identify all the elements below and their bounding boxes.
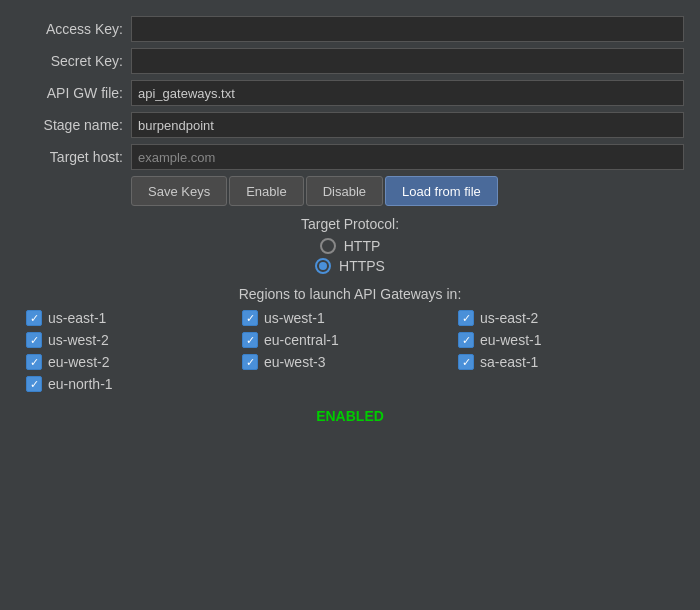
us-east-2-label: us-east-2 [480, 310, 538, 326]
stage-name-input[interactable] [131, 112, 684, 138]
https-label: HTTPS [339, 258, 385, 274]
list-item: us-east-2 [458, 310, 674, 326]
access-key-input[interactable] [131, 16, 684, 42]
enable-button[interactable]: Enable [229, 176, 303, 206]
eu-north-1-label: eu-north-1 [48, 376, 113, 392]
us-east-1-checkbox[interactable] [26, 310, 42, 326]
https-radio-row: HTTPS [16, 258, 684, 274]
us-west-2-label: us-west-2 [48, 332, 109, 348]
api-gw-file-input[interactable] [131, 80, 684, 106]
eu-west-1-checkbox[interactable] [458, 332, 474, 348]
secret-key-row: Secret Key: [16, 48, 684, 74]
sa-east-1-label: sa-east-1 [480, 354, 538, 370]
save-keys-button[interactable]: Save Keys [131, 176, 227, 206]
eu-central-1-label: eu-central-1 [264, 332, 339, 348]
list-item: us-east-1 [26, 310, 242, 326]
list-item: eu-north-1 [16, 376, 684, 392]
sa-east-1-checkbox[interactable] [458, 354, 474, 370]
secret-key-input[interactable] [131, 48, 684, 74]
eu-west-2-label: eu-west-2 [48, 354, 109, 370]
us-west-2-checkbox[interactable] [26, 332, 42, 348]
target-host-row: Target host: [16, 144, 684, 170]
us-west-1-checkbox[interactable] [242, 310, 258, 326]
us-west-1-label: us-west-1 [264, 310, 325, 326]
list-item: us-west-2 [26, 332, 242, 348]
regions-grid: us-east-1 us-west-1 us-east-2 us-west-2 … [16, 310, 684, 370]
protocol-title: Target Protocol: [16, 216, 684, 232]
target-host-label: Target host: [16, 149, 131, 165]
disable-button[interactable]: Disable [306, 176, 383, 206]
list-item: eu-west-2 [26, 354, 242, 370]
regions-section: Regions to launch API Gateways in: us-ea… [16, 286, 684, 392]
https-radio[interactable] [315, 258, 331, 274]
status-badge: ENABLED [16, 408, 684, 424]
access-key-row: Access Key: [16, 16, 684, 42]
eu-central-1-checkbox[interactable] [242, 332, 258, 348]
http-radio-row: HTTP [16, 238, 684, 254]
load-from-file-button[interactable]: Load from file [385, 176, 498, 206]
eu-west-3-label: eu-west-3 [264, 354, 325, 370]
list-item: eu-central-1 [242, 332, 458, 348]
secret-key-label: Secret Key: [16, 53, 131, 69]
regions-title: Regions to launch API Gateways in: [16, 286, 684, 302]
http-radio[interactable] [320, 238, 336, 254]
buttons-row: Save Keys Enable Disable Load from file [16, 176, 684, 206]
list-item: sa-east-1 [458, 354, 674, 370]
eu-west-2-checkbox[interactable] [26, 354, 42, 370]
target-host-input[interactable] [131, 144, 684, 170]
stage-name-label: Stage name: [16, 117, 131, 133]
protocol-section: Target Protocol: HTTP HTTPS [16, 216, 684, 274]
us-east-2-checkbox[interactable] [458, 310, 474, 326]
api-gw-file-row: API GW file: [16, 80, 684, 106]
api-gw-file-label: API GW file: [16, 85, 131, 101]
http-label: HTTP [344, 238, 381, 254]
list-item: us-west-1 [242, 310, 458, 326]
access-key-label: Access Key: [16, 21, 131, 37]
eu-west-1-label: eu-west-1 [480, 332, 541, 348]
eu-west-3-checkbox[interactable] [242, 354, 258, 370]
us-east-1-label: us-east-1 [48, 310, 106, 326]
list-item: eu-west-1 [458, 332, 674, 348]
eu-north-1-checkbox[interactable] [26, 376, 42, 392]
list-item: eu-west-3 [242, 354, 458, 370]
stage-name-row: Stage name: [16, 112, 684, 138]
